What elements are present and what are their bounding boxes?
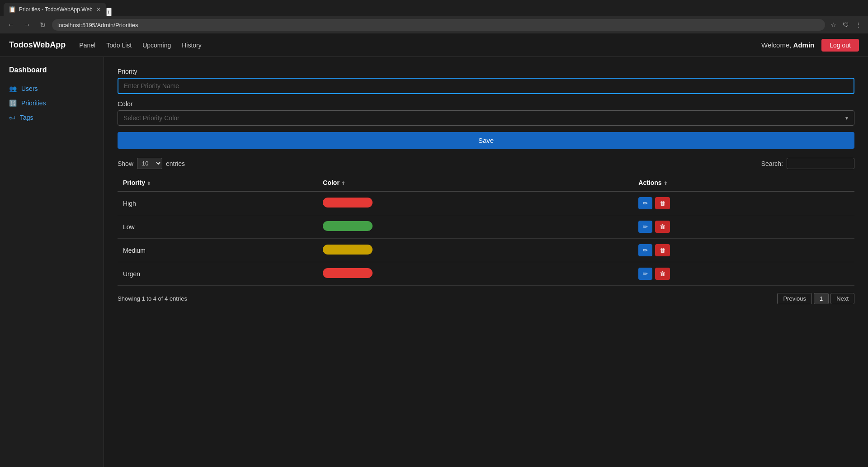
- col-actions[interactable]: Actions ⬆: [633, 175, 854, 191]
- nav-upcoming[interactable]: Upcoming: [142, 42, 171, 49]
- col-priority[interactable]: Priority ⬆: [118, 175, 317, 191]
- app-header: TodosWebApp Panel Todo List Upcoming His…: [0, 33, 868, 57]
- table-row: High ✏ 🗑: [118, 191, 854, 215]
- delete-button[interactable]: 🗑: [655, 197, 670, 209]
- nav-panel[interactable]: Panel: [79, 42, 95, 49]
- sidebar-item-tags[interactable]: 🏷 Tags: [0, 110, 104, 125]
- actions-sort-icon: ⬆: [664, 181, 667, 186]
- action-buttons: ✏ 🗑: [638, 221, 849, 233]
- search-label: Search:: [761, 160, 783, 167]
- nav-history[interactable]: History: [182, 42, 202, 49]
- action-buttons: ✏ 🗑: [638, 244, 849, 256]
- color-cell: [317, 262, 633, 286]
- color-cell: [317, 239, 633, 262]
- color-cell: [317, 215, 633, 239]
- menu-icon[interactable]: ⋮: [854, 20, 863, 29]
- color-swatch: [323, 245, 373, 255]
- next-button[interactable]: Next: [830, 293, 854, 304]
- pagination: Showing 1 to 4 of 4 entries Previous 1 N…: [118, 293, 854, 304]
- users-icon: 👥: [9, 85, 17, 92]
- color-swatch: [323, 268, 373, 278]
- priority-label: Priority: [118, 68, 854, 75]
- color-label: Color: [118, 100, 854, 108]
- sidebar-item-priorities-label: Priorities: [21, 99, 46, 107]
- search-group: Search:: [761, 158, 854, 169]
- delete-button[interactable]: 🗑: [655, 244, 670, 256]
- sidebar-item-users[interactable]: 👥 Users: [0, 81, 104, 96]
- sidebar-item-users-label: Users: [21, 85, 38, 92]
- edit-button[interactable]: ✏: [638, 268, 652, 280]
- previous-button[interactable]: Previous: [777, 293, 812, 304]
- extension-icon[interactable]: 🛡: [841, 20, 851, 29]
- pagination-nav: Previous 1 Next: [777, 293, 854, 304]
- new-tab-button[interactable]: +: [106, 8, 112, 16]
- edit-button[interactable]: ✏: [638, 197, 652, 209]
- tab-close-icon[interactable]: ✕: [96, 6, 101, 13]
- color-cell: [317, 191, 633, 215]
- edit-button[interactable]: ✏: [638, 244, 652, 256]
- page-1-button[interactable]: 1: [814, 293, 829, 304]
- actions-cell: ✏ 🗑: [633, 262, 854, 286]
- priority-cell: High: [118, 191, 317, 215]
- priority-sort-icon: ⬆: [147, 181, 151, 186]
- action-buttons: ✏ 🗑: [638, 268, 849, 280]
- table-controls: Show 10 25 50 100 entries Search:: [118, 158, 854, 169]
- header-right: Welcome, Admin Log out: [761, 39, 859, 52]
- sidebar-item-priorities[interactable]: 🔢 Priorities: [0, 96, 104, 110]
- entries-select[interactable]: 10 25 50 100: [137, 158, 162, 169]
- col-color[interactable]: Color ⬆: [317, 175, 633, 191]
- bookmark-icon[interactable]: ☆: [829, 20, 838, 29]
- priority-form-group: Priority: [118, 68, 854, 94]
- reload-button[interactable]: ↻: [37, 19, 48, 31]
- entries-label: entries: [166, 160, 185, 167]
- sidebar-title: Dashboard: [0, 66, 104, 81]
- action-buttons: ✏ 🗑: [638, 197, 849, 209]
- main-content: Priority Color Select Priority Color Sav…: [104, 57, 868, 467]
- priority-name-input[interactable]: [118, 78, 854, 94]
- tab-favicon: 📋: [9, 6, 15, 13]
- color-swatch: [323, 198, 373, 208]
- pagination-info: Showing 1 to 4 of 4 entries: [118, 295, 187, 302]
- show-entries: Show 10 25 50 100 entries: [118, 158, 185, 169]
- table-row: Urgen ✏ 🗑: [118, 262, 854, 286]
- search-input[interactable]: [787, 158, 854, 169]
- table-row: Medium ✏ 🗑: [118, 239, 854, 262]
- actions-cell: ✏ 🗑: [633, 191, 854, 215]
- save-button[interactable]: Save: [118, 132, 854, 149]
- logout-button[interactable]: Log out: [821, 39, 859, 52]
- welcome-text: Welcome, Admin: [761, 41, 814, 49]
- edit-button[interactable]: ✏: [638, 221, 652, 233]
- show-label: Show: [118, 160, 133, 167]
- tags-icon: 🏷: [9, 114, 15, 121]
- nav-todo-list[interactable]: Todo List: [106, 42, 132, 49]
- app-logo: TodosWebApp: [9, 40, 66, 50]
- delete-button[interactable]: 🗑: [655, 268, 670, 280]
- priority-cell: Low: [118, 215, 317, 239]
- priority-cell: Urgen: [118, 262, 317, 286]
- actions-cell: ✏ 🗑: [633, 239, 854, 262]
- browser-tab[interactable]: 📋 Priorities - TodosWebApp.Web ✕: [4, 3, 106, 16]
- priority-cell: Medium: [118, 239, 317, 262]
- color-sort-icon: ⬆: [341, 181, 345, 186]
- sidebar: Dashboard 👥 Users 🔢 Priorities 🏷 Tags: [0, 57, 104, 467]
- actions-cell: ✏ 🗑: [633, 215, 854, 239]
- address-bar[interactable]: [52, 19, 825, 31]
- priorities-icon: 🔢: [9, 99, 17, 107]
- app-nav: Panel Todo List Upcoming History: [79, 42, 201, 49]
- tab-title: Priorities - TodosWebApp.Web: [19, 6, 93, 13]
- color-select[interactable]: Select Priority Color: [118, 110, 854, 126]
- color-select-wrapper: Select Priority Color: [118, 110, 854, 126]
- delete-button[interactable]: 🗑: [655, 221, 670, 233]
- color-swatch: [323, 221, 373, 231]
- color-form-group: Color Select Priority Color: [118, 100, 854, 126]
- back-button[interactable]: ←: [5, 19, 17, 31]
- table-row: Low ✏ 🗑: [118, 215, 854, 239]
- forward-button[interactable]: →: [21, 19, 33, 31]
- priority-table: Priority ⬆ Color ⬆ Actions ⬆ High: [118, 175, 854, 286]
- sidebar-item-tags-label: Tags: [20, 114, 33, 121]
